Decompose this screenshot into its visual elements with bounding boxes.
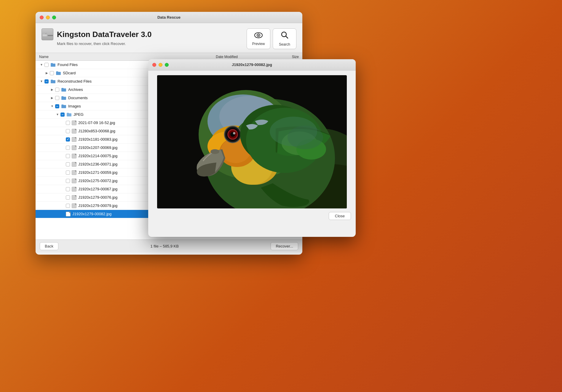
checkbox[interactable] xyxy=(44,79,49,83)
file-type-icon xyxy=(72,129,76,134)
back-button[interactable]: Back xyxy=(40,242,58,250)
checkbox[interactable] xyxy=(66,204,70,208)
bottom-bar: Back 1 file – 585,9 KB Recover... xyxy=(36,240,302,253)
folder-icon xyxy=(50,63,56,67)
preview-window: J1920x1279-00082.jpg xyxy=(148,59,356,237)
header: Kingston DataTraveler 3.0 Mark files to … xyxy=(36,23,302,53)
maximize-button[interactable] xyxy=(52,15,56,19)
folder-icon xyxy=(61,96,66,100)
expand-arrow[interactable] xyxy=(44,71,49,75)
file-type-icon xyxy=(72,121,76,125)
file-type-icon xyxy=(72,154,76,158)
checkbox[interactable] xyxy=(55,96,59,100)
folder-icon xyxy=(56,71,61,75)
folder-icon xyxy=(61,104,66,108)
file-type-icon xyxy=(72,179,76,183)
expand-arrow[interactable] xyxy=(39,62,44,67)
col-size-header: Size xyxy=(275,55,299,59)
header-left: Kingston DataTraveler 3.0 Mark files to … xyxy=(41,28,151,46)
recover-button[interactable]: Recover... xyxy=(271,242,298,250)
checkbox[interactable] xyxy=(66,187,70,191)
folder-icon xyxy=(66,113,72,117)
drive-info: Kingston DataTraveler 3.0 xyxy=(41,28,151,40)
search-label: Search xyxy=(279,42,290,46)
file-type-icon xyxy=(72,170,76,175)
svg-point-32 xyxy=(210,149,219,154)
header-buttons: Preview Search xyxy=(247,28,296,49)
search-button[interactable]: Search xyxy=(273,28,296,49)
main-title-bar: Data Rescue xyxy=(36,12,302,23)
svg-line-8 xyxy=(286,36,288,38)
checkbox[interactable] xyxy=(66,146,70,150)
expand-arrow[interactable] xyxy=(39,79,44,84)
checkbox[interactable] xyxy=(66,171,70,175)
svg-point-38 xyxy=(288,126,323,149)
drive-title: Kingston DataTraveler 3.0 xyxy=(57,30,151,39)
checkbox[interactable] xyxy=(66,121,70,125)
checkbox[interactable] xyxy=(66,195,70,200)
svg-rect-3 xyxy=(43,35,47,35)
status-text: 1 file – 585,9 KB xyxy=(150,244,178,248)
svg-point-6 xyxy=(258,35,259,36)
preview-close-dot[interactable] xyxy=(152,63,156,67)
preview-image xyxy=(157,75,347,208)
checkbox[interactable] xyxy=(44,63,49,67)
svg-point-30 xyxy=(233,132,235,134)
preview-icon xyxy=(254,32,263,40)
file-type-icon xyxy=(72,137,76,142)
expand-arrow[interactable] xyxy=(50,96,55,100)
file-type-icon xyxy=(72,203,76,208)
app-title: Data Rescue xyxy=(157,15,181,20)
folder-icon xyxy=(50,79,56,83)
checkbox[interactable] xyxy=(60,113,65,117)
preview-button[interactable]: Preview xyxy=(247,28,270,49)
col-name-header: Name xyxy=(39,55,216,59)
close-button[interactable] xyxy=(40,15,44,19)
file-type-icon xyxy=(72,195,76,200)
svg-rect-1 xyxy=(42,33,47,34)
expand-arrow[interactable] xyxy=(50,104,55,109)
preview-label: Preview xyxy=(252,42,265,46)
file-type-icon xyxy=(72,145,76,150)
checkbox[interactable] xyxy=(55,104,59,108)
preview-window-controls xyxy=(152,63,169,67)
preview-title-bar: J1920x1279-00082.jpg xyxy=(148,59,356,70)
expand-arrow[interactable] xyxy=(50,87,55,92)
folder-icon xyxy=(61,88,66,92)
preview-footer: Close xyxy=(153,212,351,220)
checkbox[interactable] xyxy=(66,129,70,133)
file-type-icon xyxy=(66,212,71,216)
checkbox[interactable] xyxy=(66,137,70,142)
drive-icon xyxy=(41,28,53,40)
header-subtitle: Mark files to recover, then click Recove… xyxy=(57,41,151,46)
checkbox[interactable] xyxy=(55,88,59,92)
preview-title: J1920x1279-00082.jpg xyxy=(232,62,272,67)
preview-maximize-dot[interactable] xyxy=(165,63,169,67)
minimize-button[interactable] xyxy=(46,15,50,19)
col-date-header: Date Modified xyxy=(216,55,275,59)
svg-rect-2 xyxy=(45,33,47,34)
file-type-icon xyxy=(72,162,76,167)
preview-content: Close xyxy=(148,70,356,237)
window-controls xyxy=(40,15,56,19)
search-icon xyxy=(281,31,288,41)
preview-minimize-dot[interactable] xyxy=(159,63,162,67)
checkbox[interactable] xyxy=(66,162,70,166)
preview-close-button[interactable]: Close xyxy=(329,212,351,220)
checkbox[interactable] xyxy=(66,154,70,158)
file-type-icon xyxy=(72,187,76,192)
expand-arrow[interactable] xyxy=(55,112,60,117)
checkbox[interactable] xyxy=(50,71,54,75)
checkbox[interactable] xyxy=(66,179,70,183)
